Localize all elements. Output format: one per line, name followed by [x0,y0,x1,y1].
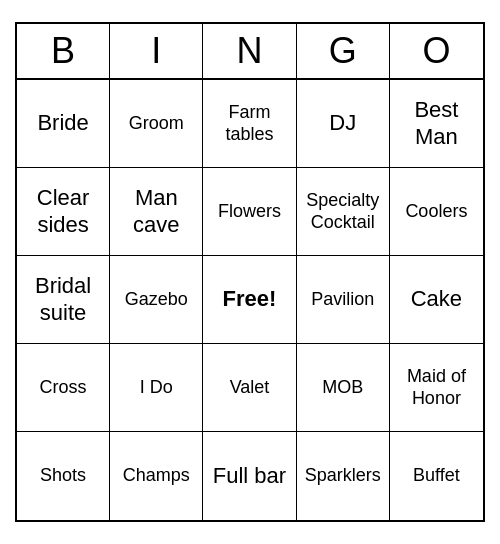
bingo-cell-10: Bridal suite [17,256,110,344]
bingo-cell-9: Coolers [390,168,483,256]
bingo-cell-17: Valet [203,344,296,432]
bingo-cell-15: Cross [17,344,110,432]
bingo-cell-23: Sparklers [297,432,390,520]
bingo-cell-12: Free! [203,256,296,344]
header-letter-i: I [110,24,203,78]
bingo-cell-16: I Do [110,344,203,432]
bingo-cell-13: Pavilion [297,256,390,344]
bingo-cell-22: Full bar [203,432,296,520]
bingo-cell-2: Farm tables [203,80,296,168]
bingo-header: BINGO [17,24,483,80]
header-letter-o: O [390,24,483,78]
header-letter-g: G [297,24,390,78]
bingo-cell-4: Best Man [390,80,483,168]
bingo-cell-19: Maid of Honor [390,344,483,432]
bingo-cell-6: Man cave [110,168,203,256]
bingo-cell-8: Specialty Cocktail [297,168,390,256]
bingo-cell-1: Groom [110,80,203,168]
bingo-card: BINGO BrideGroomFarm tablesDJBest ManCle… [15,22,485,522]
bingo-grid: BrideGroomFarm tablesDJBest ManClear sid… [17,80,483,520]
header-letter-n: N [203,24,296,78]
bingo-cell-11: Gazebo [110,256,203,344]
header-letter-b: B [17,24,110,78]
bingo-cell-21: Champs [110,432,203,520]
bingo-cell-3: DJ [297,80,390,168]
bingo-cell-18: MOB [297,344,390,432]
bingo-cell-0: Bride [17,80,110,168]
bingo-cell-14: Cake [390,256,483,344]
bingo-cell-7: Flowers [203,168,296,256]
bingo-cell-24: Buffet [390,432,483,520]
bingo-cell-20: Shots [17,432,110,520]
bingo-cell-5: Clear sides [17,168,110,256]
